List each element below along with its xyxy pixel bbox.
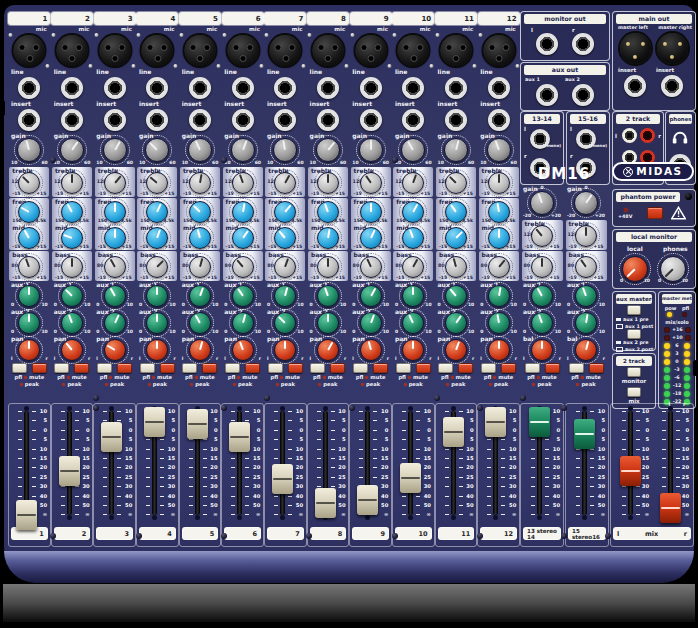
gain-10-knob[interactable] xyxy=(401,138,425,162)
aux1-5-knob[interactable] xyxy=(189,285,211,307)
bass-9-knob[interactable] xyxy=(360,256,382,278)
two-track-monitor-button[interactable] xyxy=(627,367,641,377)
channel-5-fader[interactable] xyxy=(187,409,208,439)
aux1-1-knob[interactable] xyxy=(18,285,40,307)
gain-5-knob[interactable] xyxy=(188,138,212,162)
mid-8-knob[interactable] xyxy=(317,227,339,249)
pfl-button-st15[interactable] xyxy=(569,363,584,373)
aux2-2-knob[interactable] xyxy=(61,312,83,334)
mid-12-knob[interactable] xyxy=(488,227,510,249)
treble-11-knob[interactable] xyxy=(445,172,467,194)
bass-4-knob[interactable] xyxy=(146,256,168,278)
gain-3-knob[interactable] xyxy=(103,138,127,162)
mid-freq-5-knob[interactable] xyxy=(189,201,211,223)
mute-button-11[interactable] xyxy=(458,363,473,373)
pfl-button-2[interactable] xyxy=(54,363,69,373)
aux1-8-knob[interactable] xyxy=(317,285,339,307)
pan-2-knob[interactable] xyxy=(61,339,83,361)
aux2-4-knob[interactable] xyxy=(146,312,168,334)
channel-1-fader[interactable] xyxy=(16,500,37,530)
bass-8-knob[interactable] xyxy=(317,256,339,278)
bass-12-knob[interactable] xyxy=(488,256,510,278)
phantom-power-button[interactable] xyxy=(647,207,663,219)
channel-8-fader[interactable] xyxy=(315,488,336,518)
bass-10-knob[interactable] xyxy=(402,256,424,278)
phones-level-knob[interactable] xyxy=(660,256,686,282)
mid-1-knob[interactable] xyxy=(18,227,40,249)
mid-freq-9-knob[interactable] xyxy=(360,201,382,223)
pan-4-knob[interactable] xyxy=(146,339,168,361)
bass-st13-knob[interactable] xyxy=(531,256,553,278)
pfl-button-12[interactable] xyxy=(481,363,496,373)
pfl-button-4[interactable] xyxy=(140,363,155,373)
gain-8-knob[interactable] xyxy=(316,138,340,162)
aux2-st15-knob[interactable] xyxy=(575,312,597,334)
treble-st15-knob[interactable] xyxy=(575,225,597,247)
channel-2-fader[interactable] xyxy=(59,456,80,486)
gain-1-knob[interactable] xyxy=(17,138,41,162)
gain-11-knob[interactable] xyxy=(444,138,468,162)
mix-right-fader[interactable] xyxy=(660,493,681,523)
mute-button-5[interactable] xyxy=(202,363,217,373)
mid-5-knob[interactable] xyxy=(189,227,211,249)
mid-freq-12-knob[interactable] xyxy=(488,201,510,223)
treble-10-knob[interactable] xyxy=(402,172,424,194)
treble-9-knob[interactable] xyxy=(360,172,382,194)
bal-st13-knob[interactable] xyxy=(531,339,553,361)
gain-2-knob[interactable] xyxy=(60,138,84,162)
aux1-4-knob[interactable] xyxy=(146,285,168,307)
mute-button-10[interactable] xyxy=(416,363,431,373)
pan-7-knob[interactable] xyxy=(274,339,296,361)
aux2-10-knob[interactable] xyxy=(402,312,424,334)
aux2-8-knob[interactable] xyxy=(317,312,339,334)
aux2-st13-knob[interactable] xyxy=(531,312,553,334)
pfl-button-5[interactable] xyxy=(182,363,197,373)
treble-12-knob[interactable] xyxy=(488,172,510,194)
mute-button-st13[interactable] xyxy=(545,363,560,373)
pfl-button-st13[interactable] xyxy=(525,363,540,373)
channel-10-fader[interactable] xyxy=(400,463,421,493)
treble-4-knob[interactable] xyxy=(146,172,168,194)
treble-1-knob[interactable] xyxy=(18,172,40,194)
mute-button-4[interactable] xyxy=(160,363,175,373)
mid-freq-11-knob[interactable] xyxy=(445,201,467,223)
pfl-button-3[interactable] xyxy=(97,363,112,373)
aux1-st13-knob[interactable] xyxy=(531,285,553,307)
pan-1-knob[interactable] xyxy=(18,339,40,361)
gain-st15-knob[interactable] xyxy=(574,191,598,215)
mid-3-knob[interactable] xyxy=(104,227,126,249)
mid-freq-2-knob[interactable] xyxy=(61,201,83,223)
bass-2-knob[interactable] xyxy=(61,256,83,278)
aux1-9-knob[interactable] xyxy=(360,285,382,307)
pan-11-knob[interactable] xyxy=(445,339,467,361)
aux2-12-knob[interactable] xyxy=(488,312,510,334)
pan-9-knob[interactable] xyxy=(360,339,382,361)
bass-7-knob[interactable] xyxy=(274,256,296,278)
mute-button-9[interactable] xyxy=(373,363,388,373)
aux1-3-knob[interactable] xyxy=(104,285,126,307)
pfl-button-8[interactable] xyxy=(310,363,325,373)
aux1-10-knob[interactable] xyxy=(402,285,424,307)
aux1-6-knob[interactable] xyxy=(232,285,254,307)
mute-button-8[interactable] xyxy=(330,363,345,373)
stereo-15-fader[interactable] xyxy=(574,419,595,449)
bass-11-knob[interactable] xyxy=(445,256,467,278)
channel-6-fader[interactable] xyxy=(229,422,250,452)
channel-12-fader[interactable] xyxy=(485,407,506,437)
mute-button-2[interactable] xyxy=(74,363,89,373)
local-level-knob[interactable] xyxy=(622,256,648,282)
mid-2-knob[interactable] xyxy=(61,227,83,249)
mid-11-knob[interactable] xyxy=(445,227,467,249)
aux2-9-knob[interactable] xyxy=(360,312,382,334)
bass-st15-knob[interactable] xyxy=(575,256,597,278)
channel-11-fader[interactable] xyxy=(443,417,464,447)
bass-3-knob[interactable] xyxy=(104,256,126,278)
mid-9-knob[interactable] xyxy=(360,227,382,249)
pfl-button-10[interactable] xyxy=(396,363,411,373)
aux1-7-knob[interactable] xyxy=(274,285,296,307)
pan-10-knob[interactable] xyxy=(402,339,424,361)
mix-left-fader[interactable] xyxy=(620,456,641,486)
aux1-st15-knob[interactable] xyxy=(575,285,597,307)
two-track-mix-button[interactable] xyxy=(627,387,641,397)
pan-6-knob[interactable] xyxy=(232,339,254,361)
